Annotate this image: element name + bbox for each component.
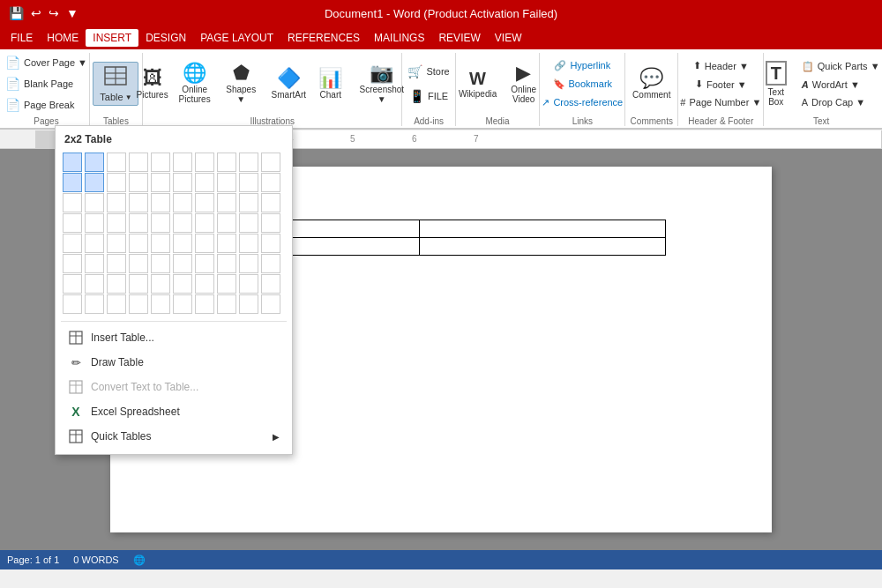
menu-mailings[interactable]: MAILINGS	[367, 29, 431, 47]
grid-cell[interactable]	[261, 234, 280, 253]
grid-cell[interactable]	[239, 153, 258, 172]
grid-cell[interactable]	[85, 234, 104, 253]
grid-cell[interactable]	[217, 173, 236, 192]
grid-cell[interactable]	[151, 173, 170, 192]
grid-cell[interactable]	[85, 274, 104, 294]
grid-cell[interactable]	[107, 193, 126, 212]
table-cell[interactable]	[419, 238, 666, 256]
undo-button[interactable]: ↩	[27, 4, 45, 22]
grid-cell[interactable]	[107, 254, 126, 273]
grid-cell[interactable]	[261, 153, 280, 172]
grid-cell[interactable]	[261, 213, 280, 233]
grid-cell[interactable]	[63, 153, 82, 172]
grid-cell[interactable]	[63, 213, 82, 233]
wordart-button[interactable]: AWordArt ▼	[797, 77, 882, 93]
grid-cell[interactable]	[63, 173, 82, 192]
grid-cell[interactable]	[107, 213, 126, 233]
my-apps-button[interactable]: 📱 FILE	[405, 85, 452, 108]
comment-button[interactable]: 💬 Comment	[627, 65, 676, 103]
grid-cell[interactable]	[107, 274, 126, 294]
grid-cell[interactable]	[195, 274, 214, 294]
grid-cell[interactable]	[173, 254, 192, 273]
grid-cell[interactable]	[151, 254, 170, 273]
menu-insert[interactable]: INSERT	[86, 29, 138, 47]
menu-design[interactable]: DESIGN	[138, 29, 193, 47]
menu-file[interactable]: FILE	[4, 29, 40, 47]
save-button[interactable]: 💾	[5, 4, 27, 22]
hyperlink-button[interactable]: 🔗Hyperlink	[549, 57, 615, 74]
grid-cell[interactable]	[217, 213, 236, 233]
grid-cell[interactable]	[151, 234, 170, 253]
grid-cell[interactable]	[129, 254, 148, 273]
blank-page-button[interactable]: 📄Blank Page	[1, 74, 92, 93]
grid-cell[interactable]	[85, 213, 104, 233]
store-button[interactable]: 🛒 Store	[403, 60, 453, 83]
grid-cell[interactable]	[195, 173, 214, 192]
grid-cell[interactable]	[129, 274, 148, 294]
grid-cell[interactable]	[85, 254, 104, 273]
grid-cell[interactable]	[151, 193, 170, 212]
grid-cell[interactable]	[107, 294, 126, 314]
menu-review[interactable]: REVIEW	[431, 29, 487, 47]
grid-cell[interactable]	[129, 213, 148, 233]
excel-spreadsheet-item[interactable]: X Excel Spreadsheet	[61, 399, 287, 424]
customize-qa-button[interactable]: ▼	[63, 4, 82, 22]
grid-cell[interactable]	[217, 254, 236, 273]
grid-cell[interactable]	[173, 294, 192, 314]
footer-button[interactable]: ⬇Footer ▼	[691, 76, 751, 93]
grid-cell[interactable]	[85, 193, 104, 212]
grid-cell[interactable]	[261, 193, 280, 212]
grid-cell[interactable]	[63, 193, 82, 212]
grid-cell[interactable]	[173, 213, 192, 233]
grid-cell[interactable]	[129, 173, 148, 192]
text-box-button[interactable]: T TextBox	[759, 57, 794, 110]
menu-page-layout[interactable]: PAGE LAYOUT	[193, 29, 280, 47]
grid-cell[interactable]	[239, 254, 258, 273]
grid-cell[interactable]	[151, 294, 170, 314]
grid-cell[interactable]	[107, 234, 126, 253]
grid-cell[interactable]	[239, 234, 258, 253]
grid-cell[interactable]	[217, 193, 236, 212]
grid-cell[interactable]	[217, 294, 236, 314]
grid-cell[interactable]	[261, 254, 280, 273]
grid-cell[interactable]	[261, 294, 280, 314]
grid-cell[interactable]	[217, 274, 236, 294]
draw-table-item[interactable]: ✏ Draw Table	[61, 350, 287, 375]
grid-cell[interactable]	[85, 173, 104, 192]
grid-cell[interactable]	[129, 193, 148, 212]
menu-home[interactable]: HOME	[40, 29, 86, 47]
grid-cell[interactable]	[129, 234, 148, 253]
header-button[interactable]: ⬆Header ▼	[689, 57, 753, 74]
grid-cell[interactable]	[129, 153, 148, 172]
grid-cell[interactable]	[239, 173, 258, 192]
grid-cell[interactable]	[173, 234, 192, 253]
grid-cell[interactable]	[151, 274, 170, 294]
grid-cell[interactable]	[195, 294, 214, 314]
drop-cap-button[interactable]: ADrop Cap ▼	[797, 94, 882, 110]
grid-cell[interactable]	[217, 234, 236, 253]
grid-cell[interactable]	[63, 294, 82, 314]
grid-cell[interactable]	[151, 153, 170, 172]
grid-cell[interactable]	[63, 234, 82, 253]
grid-cell[interactable]	[195, 213, 214, 233]
bookmark-button[interactable]: 🔖Bookmark	[549, 76, 617, 93]
grid-cell[interactable]	[107, 173, 126, 192]
menu-view[interactable]: VIEW	[488, 29, 529, 47]
grid-cell[interactable]	[63, 274, 82, 294]
table-cell[interactable]	[419, 220, 666, 238]
grid-cell[interactable]	[261, 274, 280, 294]
grid-cell[interactable]	[261, 173, 280, 192]
page-break-button[interactable]: 📄Page Break	[1, 95, 92, 115]
table-dropdown[interactable]: 2x2 Table Insert Table... ✏ Draw Table C…	[55, 125, 293, 455]
cross-reference-button[interactable]: ↗Cross-reference	[537, 94, 627, 111]
grid-cell[interactable]	[85, 153, 104, 172]
wikipedia-button[interactable]: W Wikipedia	[453, 66, 502, 102]
shapes-button[interactable]: ⬟ Shapes ▼	[218, 60, 265, 108]
grid-cell[interactable]	[239, 213, 258, 233]
page-number-button[interactable]: #Page Number ▼	[676, 94, 766, 110]
grid-cell[interactable]	[239, 274, 258, 294]
quick-parts-button[interactable]: 📋Quick Parts ▼	[797, 58, 882, 75]
grid-cell[interactable]	[195, 254, 214, 273]
grid-cell[interactable]	[107, 153, 126, 172]
grid-cell[interactable]	[129, 294, 148, 314]
